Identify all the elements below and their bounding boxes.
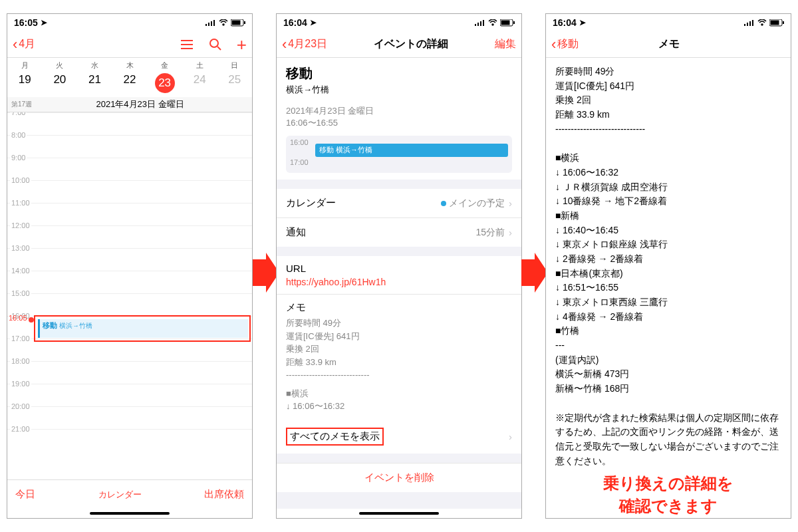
hour-label: 18:00 bbox=[10, 357, 31, 365]
wifi-icon bbox=[488, 19, 497, 26]
alert-row[interactable]: 通知 15分前 › bbox=[277, 217, 521, 247]
add-icon[interactable]: + bbox=[237, 36, 247, 53]
day-row: 19 20 21 22 23 24 25 bbox=[7, 70, 252, 97]
chevron-right-icon: › bbox=[509, 227, 512, 238]
day-timeline[interactable]: 7:00 8:00 9:00 10:00 11:00 12:00 13:00 1… bbox=[7, 112, 252, 479]
delete-event-button[interactable]: イベントを削除 bbox=[277, 463, 521, 492]
memo-preview-tail: ↓ 16:06〜16:32 bbox=[286, 400, 512, 413]
calendar-color-icon bbox=[441, 201, 446, 206]
weekday: 火 bbox=[43, 61, 78, 70]
home-indicator bbox=[277, 509, 521, 518]
weekday: 木 bbox=[112, 61, 148, 70]
svg-rect-0 bbox=[205, 24, 207, 26]
day-cell[interactable]: 20 bbox=[43, 73, 78, 93]
day-cell[interactable]: 19 bbox=[7, 73, 43, 93]
hour-label: 9:00 bbox=[10, 154, 27, 162]
memo-section: メモ 所要時間 49分 運賃[IC優先] 641円 乗換 2回 距離 33.9 … bbox=[277, 294, 521, 420]
row-value: メインの予定 bbox=[336, 198, 505, 209]
home-indicator bbox=[7, 509, 252, 518]
annotation-highlight: すべてのメモを表示 bbox=[286, 428, 384, 446]
list-icon[interactable] bbox=[180, 36, 194, 53]
status-indicators bbox=[205, 19, 245, 27]
weekday: 月 bbox=[7, 61, 43, 70]
show-all-memo-row[interactable]: すべてのメモを表示 › bbox=[277, 420, 521, 454]
now-indicator-icon bbox=[29, 317, 34, 323]
url-link[interactable]: https://yahoo.jp/61Hw1h bbox=[286, 277, 512, 287]
hour-label: 12:00 bbox=[10, 221, 31, 229]
row-label: カレンダー bbox=[286, 197, 336, 209]
event-title: 移動 bbox=[286, 65, 512, 82]
full-date: 2021年4月23日 金曜日 bbox=[32, 98, 248, 110]
svg-rect-22 bbox=[744, 24, 745, 26]
hour-label: 17:00 bbox=[290, 158, 309, 166]
day-cell[interactable]: 24 bbox=[182, 73, 217, 93]
day-cell[interactable]: 21 bbox=[77, 73, 112, 93]
calendars-button[interactable]: カレンダー bbox=[35, 489, 204, 501]
svg-rect-6 bbox=[244, 21, 245, 24]
annotation-caption: 乗り換えの詳細を 確認できます bbox=[555, 472, 781, 517]
back-button[interactable]: ‹ 4月23日 bbox=[282, 37, 327, 52]
hour-label: 11:00 bbox=[10, 199, 31, 207]
memo-body[interactable]: 所要時間 49分 運賃[IC優先] 641円 乗換 2回 距離 33.9 km … bbox=[546, 58, 791, 518]
svg-rect-27 bbox=[771, 20, 779, 25]
day-cell[interactable]: 22 bbox=[112, 73, 148, 93]
mini-event: 移動 横浜→竹橋 bbox=[315, 144, 508, 157]
date-line: 第17週 2021年4月23日 金曜日 bbox=[7, 97, 252, 112]
back-button[interactable]: ‹ 移動 bbox=[551, 37, 579, 52]
inbox-button[interactable]: 出席依頼 bbox=[204, 488, 244, 501]
row-label: 通知 bbox=[286, 226, 306, 239]
event-route: 横浜→竹橋 bbox=[59, 322, 92, 329]
svg-marker-21 bbox=[521, 253, 548, 293]
search-icon[interactable] bbox=[209, 36, 222, 53]
chevron-left-icon: ‹ bbox=[282, 37, 287, 52]
back-button[interactable]: ‹ 4月 bbox=[13, 37, 35, 52]
bottom-toolbar: 今日 カレンダー 出席依頼 bbox=[7, 479, 252, 509]
calendar-row[interactable]: カレンダー メインの予定 › bbox=[277, 189, 521, 217]
svg-rect-5 bbox=[232, 20, 241, 25]
location-icon: ➤ bbox=[41, 18, 47, 27]
chevron-left-icon: ‹ bbox=[551, 37, 556, 52]
battery-icon bbox=[500, 19, 515, 27]
back-label: 移動 bbox=[557, 37, 579, 51]
hour-label: 20:00 bbox=[10, 402, 31, 410]
hour-label: 13:00 bbox=[10, 244, 31, 252]
hour-label: 14:00 bbox=[10, 267, 31, 275]
memo-preview-tail: ■横浜 bbox=[286, 387, 512, 400]
status-indicators bbox=[475, 19, 515, 27]
event-header: 移動 横浜→竹橋 2021年4月23日 金曜日 16:06〜16:55 16:0… bbox=[277, 58, 521, 180]
hour-label: 17:00 bbox=[10, 334, 31, 342]
day-cell[interactable]: 25 bbox=[217, 73, 252, 93]
status-bar: 16:05 ➤ bbox=[7, 14, 252, 31]
section-label: URL bbox=[286, 263, 512, 274]
svg-point-11 bbox=[210, 39, 218, 47]
weekday: 土 bbox=[182, 61, 217, 70]
svg-rect-15 bbox=[477, 23, 479, 26]
wifi-icon bbox=[219, 19, 228, 26]
calendar-event[interactable]: 移動 横浜→竹橋 bbox=[38, 319, 248, 338]
memo-preview: 所要時間 49分 運賃[IC優先] 641円 乗換 2回 距離 33.9 km … bbox=[286, 317, 512, 382]
status-time: 16:04 bbox=[553, 17, 577, 28]
event-time: 16:06〜16:55 bbox=[286, 117, 512, 129]
svg-rect-28 bbox=[783, 21, 784, 24]
today-button[interactable]: 今日 bbox=[15, 488, 35, 501]
caption-line: 確認できます bbox=[555, 495, 781, 517]
url-section: URL https://yahoo.jp/61Hw1h bbox=[277, 256, 521, 294]
svg-rect-2 bbox=[211, 21, 212, 26]
weekday-header: 月 火 水 木 金 土 日 bbox=[7, 58, 252, 70]
day-cell-today[interactable]: 23 bbox=[147, 73, 182, 93]
svg-rect-20 bbox=[513, 21, 515, 24]
edit-button[interactable]: 編集 bbox=[495, 37, 516, 51]
weekday: 日 bbox=[217, 61, 252, 70]
svg-rect-25 bbox=[752, 20, 753, 26]
event-route: 横浜→竹橋 bbox=[286, 84, 512, 96]
svg-marker-13 bbox=[253, 253, 279, 293]
status-bar: 16:04 ➤ bbox=[546, 14, 791, 31]
now-label: 16:05 bbox=[9, 314, 27, 322]
phone-calendar-day: 16:05 ➤ ‹ 4月 + 月 火 水 木 金 bbox=[7, 13, 253, 519]
hour-label: 8:00 bbox=[10, 131, 27, 139]
chevron-right-icon: › bbox=[509, 431, 512, 442]
nav-title: イベントの詳細 bbox=[327, 37, 495, 51]
nav-bar: ‹ 移動 メモ bbox=[546, 31, 791, 58]
event-date: 2021年4月23日 金曜日 bbox=[286, 105, 512, 117]
caption-line: 乗り換えの詳細を bbox=[555, 472, 781, 495]
